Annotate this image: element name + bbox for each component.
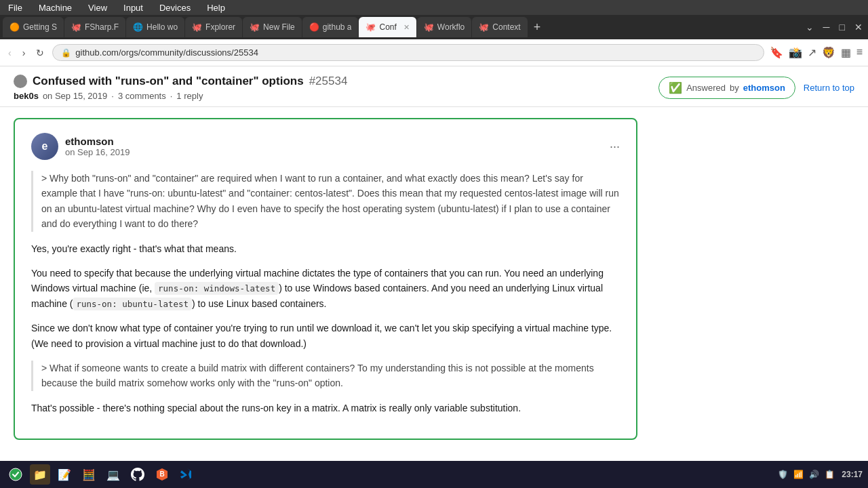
extensions-icon[interactable]: ▦ [841, 46, 851, 59]
tab-icon-getting: 🟠 [9, 22, 19, 32]
tab-label-context: Context [492, 22, 520, 32]
blockquote-paragraph: > What if someone wants to create a buil… [31, 361, 620, 391]
tab-label-workflo: Workflo [437, 22, 465, 32]
taskbar-start[interactable] [5, 464, 26, 485]
card-author: e ethomson on Sep 16, 2019 [31, 133, 130, 160]
tab-label-hello: Hello wo [146, 22, 178, 32]
tab-newfile[interactable]: 🐙 New File [243, 17, 302, 37]
discussion-title: Confused with "runs-on" and "container" … [33, 75, 304, 88]
taskbar-right: 🛡️ 📶 🔊 📋 23:17 [778, 470, 863, 479]
tab-label-fxplorer: Fxplorer [205, 22, 235, 32]
share-icon[interactable]: ↗ [808, 46, 816, 59]
tab-close-conf[interactable]: ✕ [403, 23, 410, 32]
page-header: Confused with "runs-on" and "container" … [0, 66, 868, 107]
blockquote-paragraph: > Why both "runs-on" and "container" are… [31, 171, 620, 232]
answered-badge: ✅ Answered by ethomson [658, 77, 795, 99]
reload-button[interactable]: ↻ [33, 45, 47, 61]
page-header-right: ✅ Answered by ethomson Return to top [658, 77, 854, 99]
taskbar-files[interactable]: 📁 [30, 464, 50, 485]
meta-comments: 3 comments [118, 91, 166, 101]
tray-shield: 🛡️ [778, 470, 788, 479]
inline-code: runs-on: ubuntu-latest [73, 298, 192, 310]
tab-fsharp[interactable]: 🐙 FSharp.F [64, 17, 125, 37]
tab-label-github: github a [323, 22, 352, 32]
tab-icon-github: 🔴 [309, 22, 319, 32]
return-to-top-link[interactable]: Return to top [804, 83, 854, 93]
brave-icon: 🦁 [822, 46, 835, 59]
tab-label-newfile: New File [263, 22, 295, 32]
tab-label-conf: Conf [379, 22, 396, 32]
tab-icon-context: 🐙 [479, 22, 488, 32]
menu-machine[interactable]: Machine [36, 1, 75, 14]
taskbar-brave[interactable]: B [152, 464, 172, 485]
svg-text:B: B [159, 470, 164, 478]
tab-icon-fsharp: 🐙 [71, 22, 81, 32]
address-bar-icons: 🔖 📸 ↗ 🦁 ▦ ≡ [770, 46, 863, 59]
card-header: e ethomson on Sep 16, 2019 ··· [31, 133, 620, 160]
tray-clipboard: 📋 [825, 470, 835, 479]
tab-icon-workflo: 🐙 [424, 22, 433, 32]
answerer-name[interactable]: ethomson [743, 83, 785, 93]
svg-point-0 [9, 468, 22, 481]
tab-controls: ⌄ ─ □ ✕ [803, 20, 865, 34]
tab-conf[interactable]: 🐙 Conf ✕ [359, 17, 416, 37]
tab-context[interactable]: 🐙 Context [472, 17, 527, 37]
tab-label-fsharp: FSharp.F [85, 22, 119, 32]
taskbar-github[interactable] [127, 464, 148, 485]
window-close-button[interactable]: ✕ [852, 20, 865, 34]
tab-label-getting: Getting S [23, 22, 57, 32]
menu-bar: File Machine View Input Devices Help [0, 0, 868, 15]
menu-input[interactable]: Input [121, 1, 146, 14]
tab-icon-conf: 🐙 [366, 22, 375, 32]
taskbar: 📁 📝 🧮 💻 B 🛡️ 📶 🔊 📋 23:17 [0, 461, 868, 488]
tab-github[interactable]: 🔴 github a [302, 17, 359, 37]
menu-devices[interactable]: Devices [157, 1, 193, 14]
tray-network: 📶 [793, 470, 804, 479]
by-label: by [730, 83, 739, 93]
taskbar-vscode[interactable] [176, 464, 197, 485]
answer-date: on Sep 16, 2019 [65, 147, 130, 157]
maximize-button[interactable]: □ [837, 20, 848, 34]
answered-label: Answered [686, 83, 726, 93]
taskbar-calc[interactable]: 🧮 [79, 464, 99, 485]
page-title-area: Confused with "runs-on" and "container" … [14, 75, 347, 101]
answer-avatar: e [31, 133, 58, 160]
content-area: Confused with "runs-on" and "container" … [0, 66, 868, 461]
meta-date: on Sep 15, 2019 [43, 91, 107, 101]
taskbar-terminal[interactable]: 💻 [103, 464, 123, 485]
tab-getting[interactable]: 🟠 Getting S [3, 17, 64, 37]
check-icon: ✅ [669, 81, 682, 94]
more-options-button[interactable]: ··· [610, 140, 620, 154]
url-bar[interactable]: 🔒 github.com/orgs/community/discussions/… [52, 44, 764, 61]
tab-workflo[interactable]: 🐙 Workflo [417, 17, 471, 37]
taskbar-time: 23:17 [842, 470, 863, 479]
screenshot-icon[interactable]: 📸 [789, 46, 802, 59]
taskbar-left: 📁 📝 🧮 💻 B [5, 464, 774, 485]
tray-volume[interactable]: 🔊 [809, 470, 819, 479]
address-bar: ‹ › ↻ 🔒 github.com/orgs/community/discus… [0, 39, 868, 66]
new-tab-button[interactable]: + [528, 20, 547, 35]
issue-number: #25534 [309, 75, 348, 88]
text-paragraph: That's possible - there's nothing specia… [31, 401, 620, 415]
url-text: github.com/orgs/community/discussions/25… [75, 47, 755, 58]
tab-fxplorer[interactable]: 🐙 Fxplorer [185, 17, 242, 37]
tab-hello[interactable]: 🌐 Hello wo [126, 17, 184, 37]
menu-file[interactable]: File [5, 1, 25, 14]
tray-icons: 🛡️ 📶 🔊 📋 [778, 470, 835, 479]
main-scroll-area[interactable]: e ethomson on Sep 16, 2019 ··· > Why bot… [0, 107, 868, 461]
forward-button[interactable]: › [20, 45, 28, 61]
answer-card: e ethomson on Sep 16, 2019 ··· > Why bot… [14, 118, 637, 440]
page-title: Confused with "runs-on" and "container" … [14, 75, 347, 88]
answer-author-name[interactable]: ethomson [65, 136, 130, 147]
bookmark-icon[interactable]: 🔖 [770, 46, 783, 59]
taskbar-notes[interactable]: 📝 [54, 464, 75, 485]
menu-view[interactable]: View [85, 1, 110, 14]
post-body: > Why both "runs-on" and "container" are… [31, 171, 620, 415]
mixed-paragraph: You need to specify that because the und… [31, 266, 620, 311]
browser-menu-icon[interactable]: ≡ [856, 46, 863, 59]
back-button[interactable]: ‹ [5, 45, 14, 61]
tab-list-button[interactable]: ⌄ [803, 20, 816, 34]
minimize-button[interactable]: ─ [821, 20, 833, 34]
author-info: ethomson on Sep 16, 2019 [65, 136, 130, 157]
menu-help[interactable]: Help [204, 1, 228, 14]
